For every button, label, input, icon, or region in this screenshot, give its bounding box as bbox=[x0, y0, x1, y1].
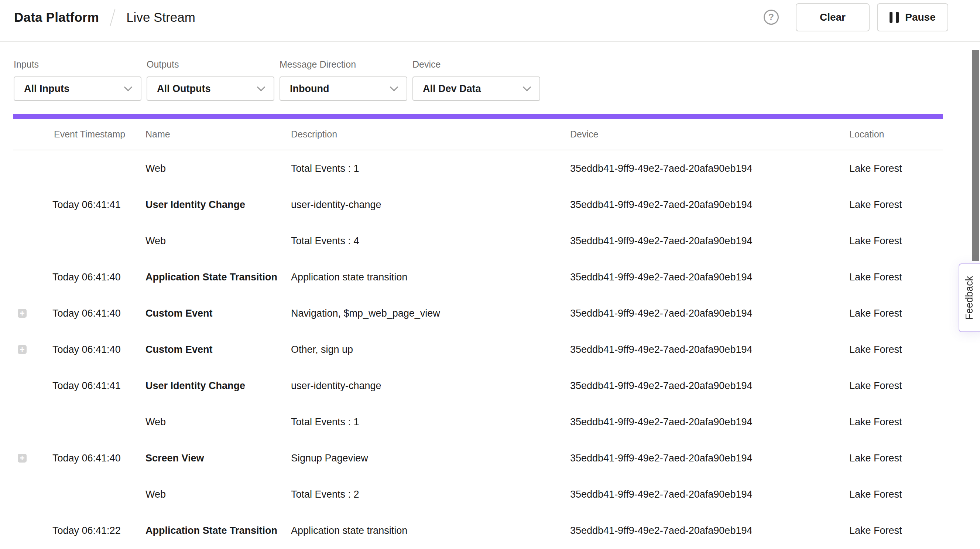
table-body: WebTotal Events : 135eddb41-9ff9-49e2-7a… bbox=[13, 150, 943, 549]
filter-message-direction: Message Direction Inbound bbox=[280, 59, 407, 101]
cell-event-timestamp: Today 06:41:41 bbox=[52, 199, 145, 211]
chevron-down-icon bbox=[257, 83, 266, 92]
column-header-device: Device bbox=[570, 129, 849, 140]
cell-event-timestamp: Today 06:41:40 bbox=[52, 453, 145, 464]
cell-device: 35eddb41-9ff9-49e2-7aed-20afa90eb194 bbox=[570, 308, 849, 319]
feedback-tab[interactable]: Feedback bbox=[959, 263, 980, 332]
cell-description: Total Events : 1 bbox=[291, 417, 570, 428]
cell-expand: + bbox=[13, 345, 52, 354]
cell-location: Lake Forest bbox=[849, 380, 943, 392]
feedback-tab-label: Feedback bbox=[964, 276, 975, 320]
cell-device: 35eddb41-9ff9-49e2-7aed-20afa90eb194 bbox=[570, 344, 849, 356]
message-direction-select[interactable]: Inbound bbox=[280, 77, 407, 101]
filter-outputs: Outputs All Outputs bbox=[146, 59, 274, 101]
cell-expand: + bbox=[13, 309, 52, 318]
top-header: Data Platform Live Stream ? Clear Pause bbox=[0, 0, 980, 42]
cell-location: Lake Forest bbox=[849, 417, 943, 428]
table-row[interactable]: WebTotal Events : 235eddb41-9ff9-49e2-7a… bbox=[13, 476, 943, 512]
inputs-select[interactable]: All Inputs bbox=[14, 77, 142, 101]
table-row[interactable]: Today 06:41:41User Identity Changeuser-i… bbox=[13, 187, 943, 223]
table-row[interactable]: Today 06:41:22Application State Transiti… bbox=[13, 512, 943, 549]
cell-device: 35eddb41-9ff9-49e2-7aed-20afa90eb194 bbox=[570, 235, 849, 247]
column-header-name: Name bbox=[145, 129, 291, 140]
cell-location: Lake Forest bbox=[849, 344, 943, 356]
cell-location: Lake Forest bbox=[849, 489, 943, 500]
device-select-value: All Dev Data bbox=[423, 83, 524, 94]
pause-button[interactable]: Pause bbox=[877, 3, 948, 31]
cell-expand: + bbox=[13, 454, 52, 463]
expand-row-button[interactable]: + bbox=[18, 454, 27, 463]
filter-label-message-direction: Message Direction bbox=[280, 59, 407, 70]
cell-description: Application state transition bbox=[291, 525, 570, 536]
table-row[interactable]: Today 06:41:40Application State Transiti… bbox=[13, 259, 943, 295]
cell-device: 35eddb41-9ff9-49e2-7aed-20afa90eb194 bbox=[570, 199, 849, 211]
cell-name: Application State Transition bbox=[145, 525, 291, 536]
cell-description: Application state transition bbox=[291, 271, 570, 283]
cell-location: Lake Forest bbox=[849, 163, 943, 174]
cell-name: User Identity Change bbox=[145, 199, 291, 211]
cell-name: Custom Event bbox=[145, 344, 291, 356]
message-direction-select-value: Inbound bbox=[290, 83, 391, 94]
column-header-location: Location bbox=[849, 129, 943, 140]
filter-inputs: Inputs All Inputs bbox=[14, 59, 142, 101]
cell-event-timestamp: Today 06:41:41 bbox=[52, 380, 145, 392]
cell-name: Web bbox=[145, 163, 291, 174]
chevron-down-icon bbox=[124, 83, 132, 92]
events-table: Event Timestamp Name Description Device … bbox=[13, 119, 943, 549]
table-row[interactable]: WebTotal Events : 135eddb41-9ff9-49e2-7a… bbox=[13, 150, 943, 187]
vertical-scrollbar[interactable] bbox=[972, 50, 979, 261]
cell-location: Lake Forest bbox=[849, 199, 943, 211]
cell-name: Web bbox=[145, 235, 291, 247]
cell-description: Signup Pageview bbox=[291, 453, 570, 464]
help-icon[interactable]: ? bbox=[764, 10, 779, 25]
chevron-down-icon bbox=[390, 83, 398, 92]
stream-accent-bar bbox=[13, 114, 943, 119]
page-title: Live Stream bbox=[126, 10, 195, 25]
cell-name: Custom Event bbox=[145, 308, 291, 319]
cell-device: 35eddb41-9ff9-49e2-7aed-20afa90eb194 bbox=[570, 525, 849, 536]
cell-description: Navigation, $mp_web_page_view bbox=[291, 308, 570, 319]
filter-device: Device All Dev Data bbox=[412, 59, 540, 101]
table-header-row: Event Timestamp Name Description Device … bbox=[13, 119, 943, 150]
breadcrumb: Data Platform Live Stream bbox=[14, 8, 195, 26]
cell-location: Lake Forest bbox=[849, 453, 943, 464]
cell-name: User Identity Change bbox=[145, 380, 291, 392]
chevron-down-icon bbox=[523, 83, 531, 92]
cell-location: Lake Forest bbox=[849, 525, 943, 536]
filter-bar: Inputs All Inputs Outputs All Outputs Me… bbox=[14, 59, 980, 101]
table-row[interactable]: WebTotal Events : 435eddb41-9ff9-49e2-7a… bbox=[13, 223, 943, 259]
column-header-event-timestamp: Event Timestamp bbox=[52, 129, 145, 140]
cell-event-timestamp: Today 06:41:22 bbox=[52, 525, 145, 536]
outputs-select-value: All Outputs bbox=[157, 83, 258, 94]
header-actions: ? Clear Pause bbox=[764, 3, 948, 31]
filter-label-device: Device bbox=[412, 59, 540, 70]
cell-location: Lake Forest bbox=[849, 308, 943, 319]
cell-name: Web bbox=[145, 417, 291, 428]
cell-description: user-identity-change bbox=[291, 380, 570, 392]
table-row[interactable]: +Today 06:41:40Screen ViewSignup Pagevie… bbox=[13, 440, 943, 476]
cell-name: Application State Transition bbox=[145, 271, 291, 283]
table-row[interactable]: WebTotal Events : 135eddb41-9ff9-49e2-7a… bbox=[13, 404, 943, 440]
outputs-select[interactable]: All Outputs bbox=[146, 77, 274, 101]
clear-button[interactable]: Clear bbox=[796, 3, 870, 31]
cell-device: 35eddb41-9ff9-49e2-7aed-20afa90eb194 bbox=[570, 163, 849, 174]
device-select[interactable]: All Dev Data bbox=[412, 77, 540, 101]
table-row[interactable]: +Today 06:41:40Custom EventOther, sign u… bbox=[13, 331, 943, 368]
breadcrumb-separator bbox=[110, 8, 116, 26]
filter-label-outputs: Outputs bbox=[146, 59, 274, 70]
cell-event-timestamp: Today 06:41:40 bbox=[52, 308, 145, 319]
breadcrumb-section-data-platform[interactable]: Data Platform bbox=[14, 10, 99, 25]
cell-device: 35eddb41-9ff9-49e2-7aed-20afa90eb194 bbox=[570, 417, 849, 428]
table-row[interactable]: +Today 06:41:40Custom EventNavigation, $… bbox=[13, 295, 943, 331]
cell-device: 35eddb41-9ff9-49e2-7aed-20afa90eb194 bbox=[570, 380, 849, 392]
table-row[interactable]: Today 06:41:41User Identity Changeuser-i… bbox=[13, 368, 943, 404]
cell-device: 35eddb41-9ff9-49e2-7aed-20afa90eb194 bbox=[570, 271, 849, 283]
cell-location: Lake Forest bbox=[849, 271, 943, 283]
inputs-select-value: All Inputs bbox=[24, 83, 125, 94]
pause-icon bbox=[889, 12, 899, 23]
expand-row-button[interactable]: + bbox=[18, 309, 27, 318]
cell-event-timestamp: Today 06:41:40 bbox=[52, 344, 145, 356]
expand-row-button[interactable]: + bbox=[18, 345, 27, 354]
pause-button-label: Pause bbox=[905, 11, 936, 23]
cell-device: 35eddb41-9ff9-49e2-7aed-20afa90eb194 bbox=[570, 453, 849, 464]
